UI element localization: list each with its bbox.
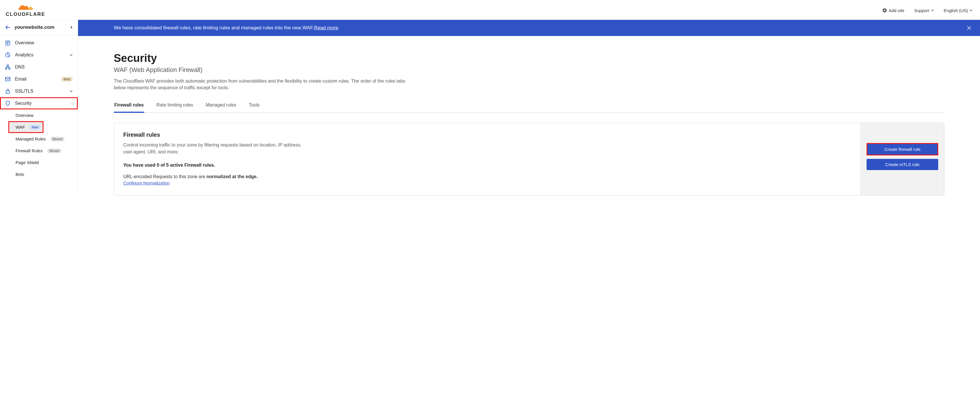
- add-site-button[interactable]: Add site: [882, 8, 904, 13]
- sidebar-item-label: Overview: [15, 40, 73, 46]
- sidebar-nav: Overview Analytics DNS Email: [0, 35, 78, 180]
- dns-icon: [5, 65, 10, 70]
- new-badge: New: [30, 125, 41, 130]
- tab-firewall-rules[interactable]: Firewall rules: [114, 98, 144, 113]
- beta-badge: Beta: [61, 77, 73, 81]
- logo-text: CLOUDFLARE: [6, 11, 45, 17]
- sidebar-item-label: SSL/TLS: [15, 89, 65, 94]
- sidebar-item-security-overview[interactable]: Overview: [0, 110, 78, 121]
- sidebar-item-label: WAF: [16, 125, 25, 130]
- sidebar-item-label: Overview: [16, 113, 73, 118]
- sidebar-item-overview[interactable]: Overview: [0, 37, 78, 49]
- svg-rect-3: [7, 65, 9, 66]
- sidebar-item-firewall-rules[interactable]: Firewall Rules Moved: [0, 145, 78, 157]
- firewall-rules-card: Firewall rules Control incoming traffic …: [114, 122, 944, 195]
- page-subtitle: WAF (Web Application Firewall): [114, 66, 944, 74]
- tab-managed-rules[interactable]: Managed rules: [205, 98, 237, 113]
- chevron-up-icon: [71, 102, 74, 105]
- create-firewall-rule-button[interactable]: Create firewall rule: [867, 144, 938, 155]
- chevron-down-icon: [70, 90, 73, 93]
- normalization-status: URL-encoded Requests to this zone are no…: [123, 174, 851, 179]
- svg-rect-4: [5, 68, 7, 69]
- lock-icon: [5, 89, 10, 94]
- card-title: Firewall rules: [123, 132, 851, 138]
- topbar: CLOUDFLARE Add site Support English (US): [0, 0, 980, 20]
- language-label: English (US): [944, 8, 968, 13]
- chevron-down-icon: [70, 54, 73, 56]
- svg-rect-6: [5, 78, 10, 81]
- logo[interactable]: CLOUDFLARE: [6, 3, 45, 17]
- create-mtls-rule-button[interactable]: Create mTLS rule: [867, 159, 938, 170]
- tab-tools[interactable]: Tools: [248, 98, 260, 113]
- sidebar-item-label: Firewall Rules: [16, 148, 43, 153]
- page-title: Security: [114, 52, 944, 65]
- sidebar-item-label: Page Shield: [16, 160, 73, 165]
- security-subnav: Overview WAF New Managed Rules Moved Fir…: [0, 110, 78, 180]
- create-firewall-rule-wrap: Create firewall rule: [867, 143, 938, 156]
- back-arrow-icon: [5, 25, 10, 29]
- sidebar: yourwebsite.com Overview Analytics: [0, 20, 78, 195]
- moved-badge: Moved: [50, 137, 65, 141]
- sidebar-item-bots[interactable]: Bots: [0, 168, 78, 180]
- analytics-icon: [5, 52, 10, 57]
- svg-rect-5: [9, 68, 10, 69]
- add-site-label: Add site: [889, 8, 904, 13]
- card-description: Control incoming traffic to your zone by…: [123, 141, 307, 155]
- support-label: Support: [914, 8, 929, 13]
- main-content: We have consolidated firewall rules, rat…: [78, 20, 980, 195]
- cloudflare-logo-icon: [18, 3, 34, 10]
- info-banner: We have consolidated firewall rules, rat…: [78, 20, 980, 36]
- chevron-down-icon: [931, 9, 934, 12]
- sidebar-item-dns[interactable]: DNS: [0, 61, 78, 73]
- chevron-right-icon: [70, 26, 73, 29]
- sidebar-item-waf[interactable]: WAF New: [8, 121, 43, 133]
- banner-text: We have consolidated firewall rules, rat…: [114, 25, 314, 31]
- sidebar-item-label: Analytics: [15, 52, 65, 57]
- configure-normalization-link[interactable]: Configure Normalization: [123, 181, 170, 185]
- normalization-bold: normalized at the edge.: [207, 174, 258, 179]
- sidebar-item-analytics[interactable]: Analytics: [0, 49, 78, 61]
- banner-close-button[interactable]: [967, 25, 971, 30]
- site-name: yourwebsite.com: [14, 24, 54, 30]
- svg-rect-7: [6, 91, 10, 94]
- sidebar-item-label: Bots: [16, 172, 73, 177]
- email-icon: [5, 76, 10, 82]
- sidebar-item-ssl[interactable]: SSL/TLS: [0, 85, 78, 97]
- language-menu[interactable]: English (US): [944, 8, 972, 13]
- sidebar-item-label: Managed Rules: [16, 137, 46, 141]
- moved-badge: Moved: [47, 149, 61, 153]
- close-icon: [967, 25, 971, 30]
- sidebar-item-label: DNS: [15, 65, 73, 70]
- rule-usage-text: You have used 0 of 5 active Firewall rul…: [123, 163, 851, 168]
- shield-icon: [5, 101, 10, 106]
- support-menu[interactable]: Support: [914, 8, 934, 13]
- sidebar-item-managed-rules[interactable]: Managed Rules Moved: [0, 133, 78, 145]
- tab-rate-limiting[interactable]: Rate limiting rules: [156, 98, 194, 113]
- sidebar-item-label: Email: [15, 76, 57, 82]
- sidebar-item-email[interactable]: Email Beta: [0, 73, 78, 85]
- chevron-down-icon: [970, 9, 972, 12]
- banner-read-more-link[interactable]: Read more: [314, 25, 338, 31]
- page-description: The Cloudflare WAF provides both automat…: [114, 78, 407, 91]
- sidebar-item-security[interactable]: Security: [0, 97, 78, 110]
- plus-circle-icon: [882, 8, 887, 13]
- sidebar-item-page-shield[interactable]: Page Shield: [0, 157, 78, 168]
- sidebar-item-label: Security: [15, 101, 68, 106]
- site-selector[interactable]: yourwebsite.com: [0, 20, 78, 35]
- clipboard-icon: [5, 40, 10, 46]
- normalization-prefix: URL-encoded Requests to this zone are: [123, 174, 207, 179]
- tabs: Firewall rules Rate limiting rules Manag…: [114, 98, 944, 113]
